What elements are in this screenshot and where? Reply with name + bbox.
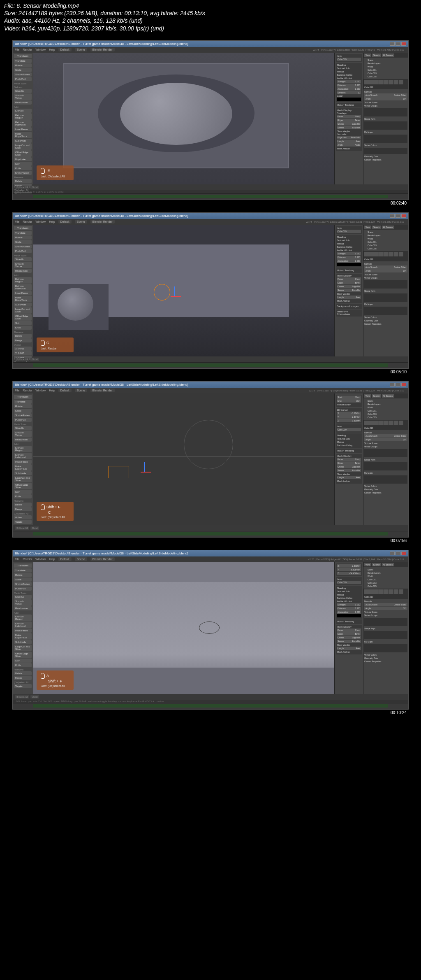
prop-vertex-groups[interactable]: Vertex Groups bbox=[364, 614, 407, 617]
faces-checkbox[interactable]: Faces bbox=[338, 458, 343, 461]
close-button[interactable] bbox=[401, 42, 406, 46]
backface-checkbox[interactable]: Backface Culling bbox=[337, 245, 361, 249]
menu-help[interactable]: Help bbox=[49, 389, 55, 392]
prop-tab-icon[interactable] bbox=[379, 421, 384, 425]
tool-inset[interactable]: Inset Faces bbox=[14, 127, 32, 131]
tool-scale[interactable]: Scale bbox=[14, 409, 32, 413]
prop-custom-props[interactable]: Custom Properties bbox=[364, 660, 407, 663]
outliner-world[interactable]: World bbox=[364, 575, 407, 578]
tool-scale[interactable]: Scale bbox=[14, 577, 32, 582]
tool-subdivide[interactable]: Subdivide bbox=[14, 303, 32, 307]
tool-delete[interactable]: Delete bbox=[14, 503, 32, 507]
length-checkbox[interactable]: Length bbox=[338, 140, 344, 142]
outliner-view[interactable]: View bbox=[364, 394, 371, 398]
edges-checkbox[interactable]: Edges bbox=[338, 462, 343, 464]
scene-dropdown[interactable]: Scene bbox=[75, 48, 87, 51]
outliner-view[interactable]: View bbox=[364, 226, 371, 229]
bevel-checkbox[interactable]: Bevel bbox=[355, 119, 360, 121]
double-sided-checkbox[interactable]: Double Sided bbox=[394, 266, 406, 268]
bevel-checkbox[interactable]: Bevel bbox=[355, 633, 360, 635]
tool-action[interactable]: Action bbox=[14, 515, 32, 519]
tool-pushpull[interactable]: Push/Pull bbox=[14, 587, 32, 591]
close-button[interactable] bbox=[401, 552, 406, 555]
auto-smooth-checkbox[interactable]: Auto Smooth bbox=[365, 94, 377, 96]
tool-inset[interactable]: Inset Faces bbox=[14, 460, 32, 464]
prop-tab-icon[interactable] bbox=[364, 589, 369, 594]
outliner-cube005[interactable]: Cube.005 bbox=[364, 247, 407, 250]
prop-uv-maps[interactable]: UV Maps bbox=[364, 471, 407, 475]
tool-extrude-ind[interactable]: Extrude Individual bbox=[14, 622, 32, 628]
menu-help[interactable]: Help bbox=[49, 220, 55, 223]
tool-deselect[interactable]: (De)select All bbox=[14, 512, 32, 515]
prop-tab-icon[interactable] bbox=[379, 589, 384, 594]
minimize-button[interactable] bbox=[390, 552, 395, 555]
mesh-analysis-checkbox[interactable]: Mesh Analysis bbox=[337, 299, 361, 303]
tool-slide[interactable]: Slide Ed bbox=[14, 89, 32, 93]
textured-solid-checkbox[interactable]: Textured Solid bbox=[337, 239, 361, 242]
tool-shrink[interactable]: Shrink/Fatten bbox=[14, 582, 32, 586]
prop-custom-props[interactable]: Custom Properties bbox=[364, 322, 407, 326]
face-ma-checkbox[interactable]: Face Ma bbox=[352, 640, 360, 642]
tool-spin[interactable]: Spin bbox=[14, 490, 32, 494]
prop-tab-icon[interactable] bbox=[384, 80, 389, 84]
edges-checkbox[interactable]: Edges bbox=[338, 119, 343, 121]
outliner-mode[interactable]: All Scenes bbox=[382, 226, 394, 229]
renderer-dropdown[interactable]: Blender Render bbox=[90, 220, 115, 223]
tool-rotate[interactable]: Rotate bbox=[14, 404, 32, 408]
outliner-scene[interactable]: Scene bbox=[364, 399, 407, 403]
prop-shape-keys[interactable]: Shape Keys bbox=[364, 289, 407, 293]
tool-shrink[interactable]: Shrink/Fatten bbox=[14, 413, 32, 417]
tool-rotate[interactable]: Rotate bbox=[14, 573, 32, 577]
prop-tab-icon[interactable] bbox=[399, 252, 403, 256]
viewport-3d[interactable]: Right Persp (Local) E Last: (De)select A… bbox=[33, 53, 334, 184]
tool-knife[interactable]: Knife bbox=[14, 166, 32, 170]
prop-tab-icon[interactable] bbox=[394, 80, 398, 84]
tool-shrink[interactable]: Shrink/Fatten bbox=[14, 244, 32, 249]
angle-value[interactable]: 30° bbox=[403, 438, 406, 441]
distance-value[interactable]: 0.200 bbox=[355, 256, 360, 258]
viewport-3d[interactable]: Right Persp (Local) A Shift + F Last: (D… bbox=[33, 562, 334, 694]
timeline[interactable] bbox=[13, 703, 408, 709]
prop-vertex-colors[interactable]: Vertex Colors bbox=[364, 144, 407, 147]
tool-offset[interactable]: Offset Edge Slide bbox=[14, 483, 32, 489]
double-sided-checkbox[interactable]: Double Sided bbox=[394, 435, 406, 437]
tool-knife[interactable]: Knife bbox=[14, 663, 32, 667]
maximize-button[interactable] bbox=[396, 552, 400, 555]
angle-value[interactable]: 30° bbox=[403, 607, 406, 610]
prop-uv-maps[interactable]: UV Maps bbox=[364, 303, 407, 306]
motion-tracking-section[interactable]: Motion Tracking bbox=[337, 269, 361, 272]
clip-start-value[interactable]: 10cm bbox=[355, 396, 360, 398]
tool-merge[interactable]: Merge bbox=[14, 507, 32, 511]
prop-custom-props[interactable]: Custom Properties bbox=[364, 491, 407, 494]
prop-geometry-data[interactable]: Geometry Data bbox=[364, 656, 407, 660]
tool-delete[interactable]: Delete bbox=[14, 179, 32, 183]
prop-custom-props[interactable]: Custom Properties bbox=[364, 158, 407, 161]
length-checkbox[interactable]: Length bbox=[338, 476, 344, 479]
tool-duplicate[interactable]: Duplicate bbox=[14, 157, 32, 161]
tool-spin[interactable]: Spin bbox=[14, 659, 32, 663]
item-name-field[interactable]: Cube.019 bbox=[337, 428, 361, 431]
prop-tab-icon[interactable] bbox=[394, 252, 398, 256]
seams-checkbox[interactable]: Seams bbox=[338, 640, 344, 642]
face-ma-checkbox[interactable]: Face Ma bbox=[352, 289, 360, 291]
tool-inset[interactable]: Inset Faces bbox=[14, 629, 32, 633]
tool-extrude-region[interactable]: Extrude Region bbox=[14, 277, 32, 284]
textured-solid-checkbox[interactable]: Textured Solid bbox=[337, 437, 361, 440]
matcap-checkbox[interactable]: Matcap bbox=[337, 242, 361, 245]
layout-dropdown[interactable]: Default bbox=[58, 48, 72, 51]
tool-offset[interactable]: Offset Edge Slide bbox=[14, 314, 32, 321]
clip-end-value[interactable]: 1km bbox=[356, 400, 360, 402]
faces-checkbox[interactable]: Faces bbox=[338, 629, 343, 631]
tool-translate[interactable]: Translate bbox=[14, 59, 32, 63]
menu-file[interactable]: File bbox=[15, 389, 19, 392]
matcap-checkbox[interactable]: Matcap bbox=[337, 593, 361, 596]
length-checkbox[interactable]: Length bbox=[338, 647, 344, 649]
attenuation-value[interactable]: 1.000 bbox=[355, 88, 360, 90]
outliner-cube005[interactable]: Cube.005 bbox=[364, 584, 407, 588]
crease-checkbox[interactable]: Crease bbox=[338, 123, 344, 125]
menu-render[interactable]: Render bbox=[23, 48, 32, 51]
maximize-button[interactable] bbox=[396, 42, 400, 46]
auto-smooth-checkbox[interactable]: Auto Smooth bbox=[365, 266, 377, 268]
backface-checkbox[interactable]: Backface Culling bbox=[337, 444, 361, 447]
prop-vertex-colors[interactable]: Vertex Colors bbox=[364, 484, 407, 488]
